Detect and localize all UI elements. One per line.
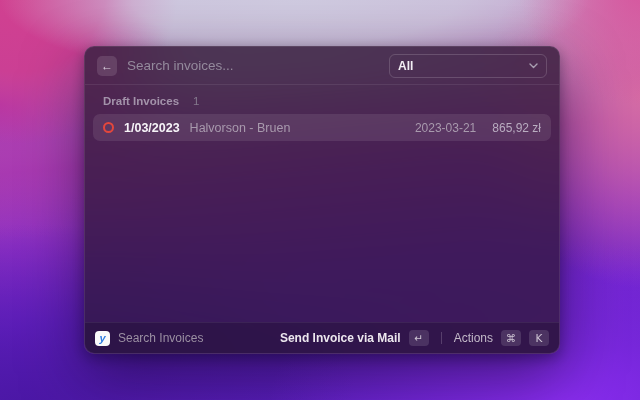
back-arrow-icon: ← bbox=[101, 60, 113, 72]
results-list: Draft Invoices 1 1/03/2023 Halvorson - B… bbox=[85, 85, 559, 322]
invoice-date-title: 1/03/2023 bbox=[124, 121, 180, 135]
section-header: Draft Invoices 1 bbox=[93, 91, 551, 114]
k-key-badge[interactable]: K bbox=[529, 330, 549, 346]
draft-status-ring-icon bbox=[103, 122, 114, 133]
filter-dropdown[interactable]: All bbox=[389, 54, 547, 78]
enter-key-badge[interactable]: ↵ bbox=[409, 330, 429, 346]
chevron-down-icon bbox=[529, 63, 538, 69]
section-title: Draft Invoices bbox=[103, 95, 179, 107]
desktop: ← All Draft Invoices 1 1/03/2023 Halvors… bbox=[0, 0, 640, 400]
actions-menu-button[interactable]: Actions bbox=[454, 331, 493, 345]
action-bar: y Search Invoices Send Invoice via Mail … bbox=[85, 322, 559, 353]
invoice-client-name: Halvorson - Bruen bbox=[190, 121, 291, 135]
section-count: 1 bbox=[193, 95, 199, 107]
primary-action-button[interactable]: Send Invoice via Mail bbox=[280, 331, 401, 345]
back-button[interactable]: ← bbox=[97, 56, 117, 76]
invoice-amount: 865,92 zł bbox=[492, 121, 541, 135]
command-label: Search Invoices bbox=[118, 331, 203, 345]
filter-dropdown-value: All bbox=[398, 59, 413, 73]
cmd-key-badge[interactable]: ⌘ bbox=[501, 330, 521, 346]
command-palette-window: ← All Draft Invoices 1 1/03/2023 Halvors… bbox=[84, 46, 560, 354]
invoice-due-date: 2023-03-21 bbox=[415, 121, 476, 135]
search-header: ← All bbox=[85, 47, 559, 84]
footer-divider bbox=[441, 332, 442, 344]
invoice-list-item[interactable]: 1/03/2023 Halvorson - Bruen 2023-03-21 8… bbox=[93, 114, 551, 141]
search-input[interactable] bbox=[127, 58, 379, 73]
invoice-app-logo[interactable]: y bbox=[95, 331, 110, 346]
